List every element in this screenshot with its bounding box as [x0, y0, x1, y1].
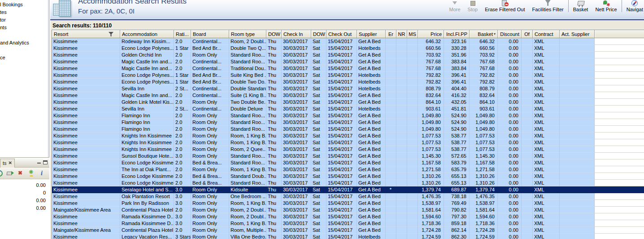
toolbar-button-navigat[interactable]: Navigat — [623, 0, 644, 12]
cell-check_in: 30/03/2017 — [282, 99, 311, 106]
table-row[interactable]: KissimmeeEcono Lodge Polynes...1 StarBed… — [52, 79, 644, 85]
toolbar-button-nett-price[interactable]: Nett Price — [592, 0, 620, 12]
cell-price: 1,724.59 — [418, 234, 444, 239]
table-row[interactable]: KissimmeeGolden Link Motel Kis...2.0Room… — [52, 99, 644, 106]
panel-tab[interactable]: ts ✕ — [0, 159, 15, 168]
table-row[interactable]: KissimmeeKnights Inn Kissimmee2.0Room On… — [52, 133, 644, 139]
table-row[interactable]: KissimmeeFlamingo Inn2.0Room OnlyStandar… — [52, 112, 644, 119]
table-row[interactable]: KissimmeeRodeway Inn Kissim...2.0Contine… — [52, 38, 644, 45]
table-row[interactable]: KissimmeeThe Inn at Oak Plant...2.0Room … — [52, 166, 644, 173]
table-row[interactable]: KissimmeePark Inn By Radisson3.0Room Onl… — [52, 200, 644, 207]
cell-act_supplier — [560, 207, 595, 213]
cell-resort: Kissimmee — [52, 85, 120, 92]
table-row[interactable]: KissimmeeOak Plantation Resort3.0Room On… — [52, 193, 644, 200]
sidebar-item[interactable]: tes — [0, 9, 49, 16]
cell-price: 864.10 — [418, 99, 444, 106]
toolbar-button-basket[interactable]: Basket — [570, 0, 592, 12]
table-row[interactable]: KissimmeeKnights Inn Kissimmee2.0Room On… — [52, 139, 644, 146]
cell-incl_fl_pp: 416.32 — [444, 92, 470, 99]
column-header-price[interactable]: Price — [418, 30, 444, 38]
column-header-resort[interactable]: Resort — [52, 30, 120, 38]
cell-dow_in: Thu — [266, 119, 282, 126]
cell-board: Room Only — [191, 139, 229, 146]
table-row[interactable]: KissimmeeKnights Inn Kissimmee2.0Room On… — [52, 146, 644, 153]
column-header-er[interactable]: Er — [386, 30, 396, 38]
cell-er — [386, 72, 396, 79]
sidebar-item[interactable]: ce — [0, 54, 49, 62]
cell-act_supplier — [560, 52, 595, 58]
column-header-ms[interactable]: MS — [407, 30, 418, 38]
column-header-act_supplier[interactable]: Act. Supplier — [560, 30, 595, 38]
table-row[interactable]: KissimmeeMagic Castle Inn and...2.0Conti… — [52, 92, 644, 99]
column-header-label: Room type — [231, 31, 255, 38]
table-row[interactable]: KissimmeeSevilla Inn2 St...Continental..… — [52, 106, 644, 112]
row-filler — [595, 52, 644, 58]
toolbar-button-more[interactable]: More — [446, 0, 464, 12]
cell-dow_in: Thu — [266, 186, 282, 193]
table-row[interactable]: KissimmeeSeralago Hotel and S...3.0Room … — [52, 186, 644, 193]
toolbar-button-facilities-filter[interactable]: Facilities Filter — [528, 0, 567, 12]
cart-add-icon[interactable] — [7, 170, 13, 177]
cell-accommodation: Sevilla Inn — [120, 106, 174, 112]
row-filler — [595, 72, 644, 79]
table-row[interactable]: KissimmeeEcono Lodge Kissimmee2.0Bed & B… — [52, 173, 644, 180]
table-row[interactable]: Maingate/Kissimmee AreaContinental Plaza… — [52, 207, 644, 213]
column-header-room_type[interactable]: Room type — [229, 30, 266, 38]
column-header-contract[interactable]: Contract — [533, 30, 560, 38]
table-row[interactable]: KissimmeeFlamingo Inn2.0Room OnlyStandar… — [52, 119, 644, 126]
column-header-accommodation[interactable]: Accommodation — [120, 30, 174, 38]
column-header-check_in[interactable]: Check In — [282, 30, 311, 38]
palm-tree-icon[interactable] — [28, 170, 35, 177]
cell-basket: 1,077.53 — [470, 139, 498, 146]
column-header-incl_fl_pp[interactable]: Incl.Fl.PP — [444, 30, 470, 38]
cell-room_type: Suite (1 King B... — [229, 92, 266, 99]
table-row[interactable]: KissimmeeFlamingo Inn2.0Room OnlyStandar… — [52, 126, 644, 133]
sidebar-item[interactable]: l Bookings — [0, 1, 49, 9]
table-row[interactable]: KissimmeeEcono Lodge Kissimmee2.0Bed & B… — [52, 180, 644, 186]
table-row[interactable]: KissimmeeEcono Lodge Polynes...1 StarBed… — [52, 72, 644, 79]
delete-icon[interactable] — [17, 170, 24, 177]
table-row[interactable]: KissimmeeRamada Kissimmee D...3.0Room On… — [52, 213, 644, 220]
table-row[interactable]: KissimmeeEcono Lodge Polynes...1 StarBed… — [52, 45, 644, 52]
column-header-dow_in[interactable]: DOW — [266, 30, 282, 38]
filter-icon[interactable] — [109, 32, 113, 36]
column-header-of[interactable]: Of — [522, 30, 533, 38]
cell-room_type: Two Double Be... — [229, 99, 266, 106]
table-row[interactable]: KissimmeeSevilla Inn2 St...Continental..… — [52, 85, 644, 92]
column-header-basket[interactable]: Basket▾ — [470, 30, 498, 38]
cell-price: 792.82 — [418, 79, 444, 85]
cell-er: * — [386, 186, 396, 193]
info-icon[interactable] — [39, 170, 46, 177]
minimize-icon[interactable] — [37, 160, 41, 164]
column-header-supplier[interactable]: Supplier — [357, 30, 386, 38]
cell-discount: 0.00 — [498, 200, 522, 207]
column-header-rating[interactable]: Rati... — [174, 30, 191, 38]
table-row[interactable]: KissimmeeGolden Orchid Inn2.0Room OnlySt… — [52, 52, 644, 58]
cell-contract: XML — [533, 45, 560, 52]
table-row[interactable]: KissimmeeEcono Lodge Kissimmee2.0Bed & B… — [52, 159, 644, 166]
table-row[interactable]: KissimmeeRamada Kissimmee D...3.0Room On… — [52, 220, 644, 227]
sidebar-item[interactable]: nts — [0, 24, 49, 31]
cell-contract: XML — [533, 79, 560, 85]
toolbar-button-stop[interactable]: Stop — [464, 0, 482, 12]
cell-resort: Kissimmee — [52, 139, 120, 146]
column-header-dow_out[interactable]: DOW — [311, 30, 326, 38]
cell-check_out: 15/04/2017 — [326, 106, 357, 112]
refresh-icon[interactable] — [0, 170, 3, 177]
column-header-nr[interactable]: NR — [396, 30, 407, 38]
cell-rating: 2.0 — [174, 173, 191, 180]
table-row[interactable]: Maingate/Kissimmee AreaContinental Plaza… — [52, 227, 644, 234]
table-row[interactable]: KissimmeeMagic Castle Inn and...2.0Conti… — [52, 58, 644, 65]
cell-of — [522, 146, 533, 153]
toolbar-button-erase-filtered-out[interactable]: Erase Filtered Out — [481, 0, 528, 12]
column-header-discount[interactable]: Discount — [498, 30, 522, 38]
sidebar-item[interactable]: and Analytics — [0, 39, 49, 47]
table-row[interactable]: KissimmeeSunsol Boutique Hote...3.0Room … — [52, 153, 644, 159]
sidebar-item[interactable]: tor — [0, 16, 49, 24]
column-header-check_out[interactable]: Check Out — [326, 30, 357, 38]
table-row[interactable]: KissimmeeMagic Castle Inn and...2.0Conti… — [52, 65, 644, 72]
close-icon[interactable]: ✕ — [9, 161, 12, 165]
table-row[interactable]: KissimmeeLegacy Vacation Res...3 StarsRo… — [52, 234, 644, 239]
column-header-board[interactable]: Board — [191, 30, 229, 38]
maximize-icon[interactable] — [43, 160, 48, 164]
